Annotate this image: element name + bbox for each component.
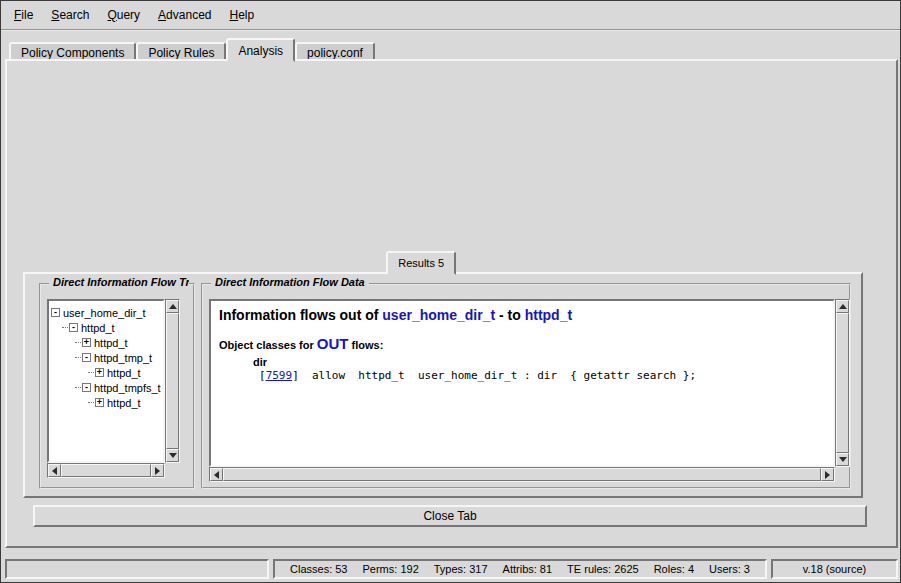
subline-prefix: Object classes for — [219, 339, 317, 351]
status-segment-left — [5, 559, 269, 579]
down-arrow-icon — [839, 457, 847, 466]
tab-analysis[interactable]: Analysis — [226, 38, 295, 62]
scrollbar-thumb[interactable] — [836, 313, 849, 453]
scrollbar-thumb[interactable] — [223, 468, 821, 481]
headline-target-type: httpd_t — [525, 307, 572, 323]
tree-node-label[interactable]: httpd_t — [107, 397, 141, 409]
scroll-left-button[interactable] — [48, 464, 61, 477]
headline-mid: - to — [495, 307, 525, 323]
flow-headline: Information flows out of user_home_dir_t… — [219, 307, 825, 323]
rule-bracket-close: ] — [292, 369, 299, 382]
menu-label-accel: A — [158, 8, 166, 22]
menu-label-rest: earch — [59, 8, 89, 22]
up-arrow-icon — [169, 300, 177, 309]
scrollbar-thumb[interactable] — [61, 464, 151, 477]
menu-label-rest: elp — [238, 8, 254, 22]
headline-source-type: user_home_dir_t — [382, 307, 495, 323]
stat-users: Users: 3 — [709, 563, 750, 575]
left-arrow-icon — [210, 471, 219, 479]
tree-expander-icon[interactable]: - — [82, 353, 91, 362]
left-arrow-icon — [48, 467, 57, 475]
scroll-down-button[interactable] — [166, 449, 179, 462]
close-tab-label: Close Tab — [423, 509, 476, 523]
tab-label: policy.conf — [307, 46, 363, 60]
horizontal-scrollbar[interactable] — [209, 467, 835, 482]
scrollbar-thumb[interactable] — [166, 313, 179, 449]
stat-roles: Roles: 4 — [654, 563, 694, 575]
tree-expander-icon[interactable]: - — [69, 323, 78, 332]
flow-subline: Object classes for OUT flows: — [219, 335, 825, 352]
close-tab-button[interactable]: Close Tab — [33, 505, 867, 527]
menu-help[interactable]: Help — [220, 4, 263, 26]
policy-stats: Classes: 53 Perms: 192 Types: 317 Attrib… — [290, 563, 750, 575]
scroll-up-button[interactable] — [166, 300, 179, 313]
tree-node-label[interactable]: user_home_dir_t — [63, 307, 146, 319]
tree-node-label[interactable]: httpd_t — [107, 367, 141, 379]
tree-expander-icon[interactable]: - — [82, 383, 91, 392]
tree-connector — [75, 387, 81, 388]
horizontal-scrollbar[interactable] — [47, 463, 165, 478]
tree-node-label[interactable]: httpd_tmp_t — [94, 352, 152, 364]
rule-number-link[interactable]: 7599 — [266, 369, 293, 382]
tree-connector — [62, 327, 68, 328]
menu-file[interactable]: File — [5, 4, 42, 26]
flow-tree: - user_home_dir_t - httpd_t + httpd_t - … — [47, 299, 165, 463]
rule-text: allow httpd_t user_home_dir_t : dir { ge… — [299, 369, 696, 382]
right-arrow-icon — [825, 471, 834, 479]
menu-label-rest: uery — [117, 8, 140, 22]
tab-results-5[interactable]: Results 5 — [386, 251, 456, 275]
tree-connector — [88, 402, 94, 403]
menu-query[interactable]: Query — [98, 4, 149, 26]
subline-suffix: flows: — [349, 339, 384, 351]
object-class-name: dir — [253, 356, 825, 368]
tree-connector — [88, 372, 94, 373]
tree-connector — [75, 357, 81, 358]
tree-row: - httpd_tmpfs_t — [49, 380, 163, 395]
flow-data-text: Information flows out of user_home_dir_t… — [209, 299, 835, 467]
tree-expander-icon[interactable]: - — [51, 308, 60, 317]
tree-row: - httpd_t — [49, 320, 163, 335]
scroll-up-button[interactable] — [836, 300, 849, 313]
tree-connector — [75, 342, 81, 343]
tree-expander-icon[interactable]: + — [95, 398, 104, 407]
apol-window: File Search Query Advanced Help Policy C… — [0, 0, 901, 583]
vertical-scrollbar[interactable] — [165, 299, 180, 463]
stat-attribs: Attribs: 81 — [503, 563, 553, 575]
menu-label-rest: dvanced — [166, 8, 211, 22]
scroll-down-button[interactable] — [836, 453, 849, 466]
scroll-right-button[interactable] — [821, 468, 834, 481]
up-arrow-icon — [839, 300, 847, 309]
tree-expander-icon[interactable]: + — [95, 368, 104, 377]
tree-node-label[interactable]: httpd_t — [81, 322, 115, 334]
tree-row: + httpd_t — [49, 395, 163, 410]
flow-direction: OUT — [317, 335, 349, 352]
stat-classes: Classes: 53 — [290, 563, 347, 575]
te-rule-line: [7599] allow httpd_t user_home_dir_t : d… — [259, 369, 825, 382]
tree-node-label[interactable]: httpd_tmpfs_t — [94, 382, 161, 394]
status-segment-stats: Classes: 53 Perms: 192 Types: 317 Attrib… — [273, 559, 767, 579]
status-segment-version: v.18 (source) — [771, 559, 898, 579]
down-arrow-icon — [169, 453, 177, 462]
vertical-scrollbar[interactable] — [835, 299, 850, 467]
menu-advanced[interactable]: Advanced — [149, 4, 220, 26]
flow-data-frame: Direct Information Flow Data Information… — [201, 283, 851, 489]
scroll-right-button[interactable] — [151, 464, 164, 477]
stat-te-rules: TE rules: 2625 — [567, 563, 639, 575]
policy-version: v.18 (source) — [803, 563, 866, 575]
scroll-left-button[interactable] — [210, 468, 223, 481]
rule-bracket-open: [ — [259, 369, 266, 382]
menu-label-accel: Q — [107, 8, 116, 22]
tree-row: + httpd_t — [49, 365, 163, 380]
tab-label: Policy Rules — [148, 46, 214, 60]
tab-label: Analysis — [238, 44, 283, 58]
stat-types: Types: 317 — [434, 563, 488, 575]
right-arrow-icon — [155, 467, 164, 475]
tree-expander-icon[interactable]: + — [82, 338, 91, 347]
tree-node-label[interactable]: httpd_t — [94, 337, 128, 349]
menu-bar: File Search Query Advanced Help — [1, 1, 900, 31]
menu-label-accel: H — [229, 8, 238, 22]
tab-label: Policy Components — [21, 46, 124, 60]
flow-tree-frame: Direct Information Flow Tree - user_home… — [39, 283, 195, 489]
tree-row: + httpd_t — [49, 335, 163, 350]
menu-search[interactable]: Search — [42, 4, 98, 26]
